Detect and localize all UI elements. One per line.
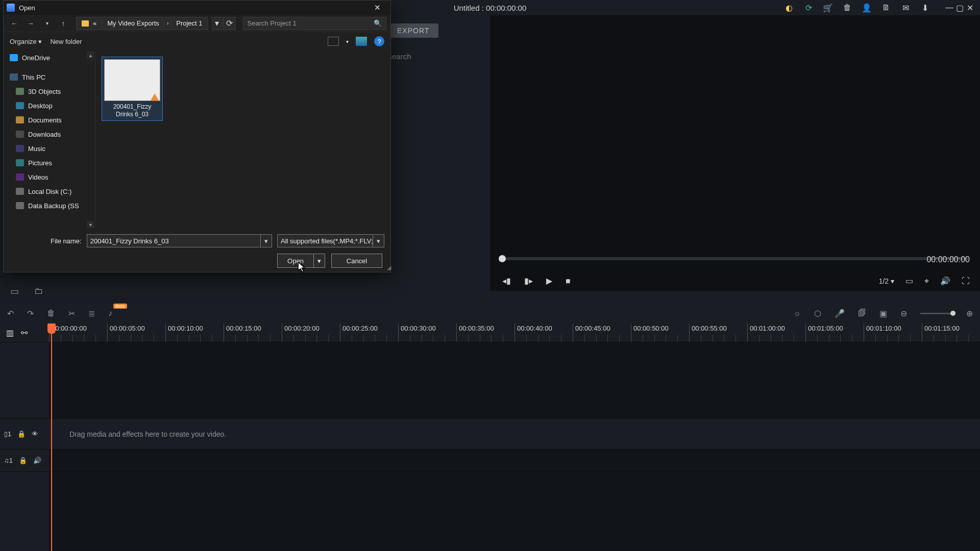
audio-track-label: ♫1	[4, 457, 13, 464]
open-dialog: Open ✕ ← → ▾ ↑ « My Video Exports › Proj…	[3, 0, 391, 272]
dialog-search-input[interactable]: Search Project 1 🔍	[243, 17, 386, 30]
bin-view1-icon[interactable]: ▭	[10, 286, 19, 297]
maximize-button[interactable]: ▢	[954, 3, 965, 13]
magnet-icon[interactable]: ▥	[6, 328, 14, 338]
file-item[interactable]: 200401_FizzyDrinks 6_03	[102, 57, 163, 121]
tree-item[interactable]: Data Backup (SS	[28, 202, 79, 210]
dialog-app-icon	[7, 4, 15, 12]
video-track-label: ▯1	[4, 430, 11, 438]
nav-recent-button[interactable]: ▾	[40, 17, 54, 30]
minimize-button[interactable]: —	[944, 3, 954, 13]
vlc-cone-icon	[151, 93, 159, 101]
track-placeholder-body[interactable]	[49, 342, 980, 418]
preview-scrubber[interactable]: { }	[502, 257, 968, 260]
highlight-icon[interactable]: ☼	[793, 309, 801, 318]
audio-mute-icon[interactable]: 🔊	[33, 457, 41, 464]
preview-timecode: 00:00:00:00	[926, 255, 970, 264]
audio-lock-icon[interactable]: 🔒	[19, 457, 27, 464]
tree-item[interactable]: Local Disk (C:)	[28, 188, 71, 195]
stop-button[interactable]: ■	[566, 277, 571, 286]
save-icon[interactable]: 🗎	[881, 3, 891, 13]
preview-scale[interactable]: 1/2 ▾	[879, 277, 894, 285]
play-button[interactable]: ▶	[546, 276, 552, 286]
close-button[interactable]: ✕	[965, 3, 975, 13]
preview-pane-button[interactable]	[356, 37, 367, 46]
view-mode-dropdown[interactable]: ▾	[346, 39, 349, 44]
track-visibility-icon[interactable]: 👁	[32, 430, 38, 438]
redo-button[interactable]: ↷	[27, 309, 34, 318]
tree-thispc[interactable]: This PC	[22, 73, 45, 81]
tree-item[interactable]: Pictures	[28, 159, 52, 167]
cut-button[interactable]: ✂	[68, 309, 75, 318]
track-lock-icon[interactable]: 🔒	[17, 430, 26, 438]
tree-item[interactable]: Desktop	[28, 102, 53, 110]
fullscreen-icon[interactable]: ⛶	[962, 277, 970, 286]
breadcrumb-dropdown[interactable]: ▾	[211, 17, 224, 30]
tree-item[interactable]: 3D Objects	[28, 88, 61, 95]
open-split-dropdown[interactable]: ▾	[314, 254, 325, 268]
timeline-ruler[interactable]: 00:00:00:0000:00:05:0000:00:10:0000:00:1…	[49, 323, 980, 342]
dialog-title: Open	[19, 4, 35, 12]
zoom-in-icon[interactable]: ⊕	[966, 309, 973, 318]
tree-item[interactable]: Music	[28, 145, 45, 153]
snapshot-icon[interactable]: ⌖	[924, 277, 929, 286]
display-toggle-icon[interactable]: ▭	[905, 276, 913, 286]
refresh-icon[interactable]: ⟳	[803, 3, 814, 13]
volume-icon[interactable]: 🔊	[940, 276, 950, 286]
preview-pane: { } 00:00:00:00 ◂▮ ▮▸ ▶ ■ 1/2 ▾ ▭ ⌖ 🔊 ⛶	[490, 15, 980, 291]
trash-icon[interactable]: 🗑	[842, 3, 852, 13]
user-icon[interactable]: 👤	[862, 3, 872, 13]
breadcrumb-seg-1[interactable]: My Video Exports	[102, 19, 164, 27]
breadcrumb[interactable]: « My Video Exports › Project 1	[76, 17, 208, 30]
tree-item[interactable]: Videos	[28, 173, 48, 181]
tree-onedrive[interactable]: OneDrive	[22, 54, 50, 62]
media-search-input[interactable]	[387, 52, 484, 61]
tree-scroll-up[interactable]: ▴	[87, 52, 94, 59]
audio-tool-button[interactable]: ♪Beta	[108, 309, 112, 318]
organize-menu[interactable]: Organize ▾	[10, 38, 42, 45]
timeline-drop-hint[interactable]: Drag media and effects here to create yo…	[49, 419, 980, 449]
link-icon[interactable]: ⚯	[21, 328, 28, 338]
folder-tree[interactable]: ▴ OneDrive This PC 3D Objects Desktop Do…	[4, 51, 95, 229]
file-list[interactable]: 200401_FizzyDrinks 6_03	[95, 51, 390, 229]
notes-icon[interactable]: 🗐	[858, 309, 866, 318]
download-icon[interactable]: ⬇	[920, 3, 930, 13]
view-mode-button[interactable]	[328, 37, 339, 46]
search-icon: 🔍	[374, 19, 382, 27]
mic-icon[interactable]: 🎤	[835, 309, 845, 318]
file-type-dropdown[interactable]: ▾	[373, 235, 384, 247]
next-frame-button[interactable]: ▮▸	[524, 276, 533, 286]
nav-forward-button[interactable]: →	[24, 17, 37, 30]
undo-button[interactable]: ↶	[7, 309, 14, 318]
zoom-slider[interactable]	[920, 313, 953, 314]
marker-icon[interactable]: ⬡	[814, 309, 821, 318]
bulb-icon[interactable]: ◐	[784, 3, 794, 13]
help-button[interactable]: ?	[374, 36, 384, 46]
crop-icon[interactable]: ▣	[879, 309, 887, 318]
audio-track-body[interactable]	[49, 449, 980, 471]
nav-back-button[interactable]: ←	[8, 17, 21, 30]
delete-button[interactable]: 🗑	[47, 309, 55, 318]
prev-frame-button[interactable]: ◂▮	[502, 276, 511, 286]
cancel-button[interactable]: Cancel	[331, 254, 382, 268]
list-button[interactable]: ≣	[88, 309, 95, 318]
open-button[interactable]: Open	[277, 254, 314, 268]
file-name-input[interactable]: 200401_Fizzy Drinks 6_03▾	[87, 234, 272, 247]
tree-item[interactable]: Downloads	[28, 131, 61, 138]
export-button[interactable]: EXPORT	[388, 23, 438, 38]
tree-item[interactable]: Documents	[28, 116, 62, 124]
breadcrumb-seg-2[interactable]: Project 1	[170, 19, 207, 27]
nav-up-button[interactable]: ↑	[57, 17, 70, 30]
resize-grip-icon[interactable]: ◢	[387, 264, 389, 271]
file-type-select[interactable]: All supported files(*.MP4;*.FLV;▾	[277, 234, 384, 247]
tree-scroll-down[interactable]: ▾	[87, 221, 94, 228]
new-folder-button[interactable]: New folder	[50, 38, 82, 45]
zoom-out-icon[interactable]: ⊖	[900, 309, 907, 318]
file-name-dropdown[interactable]: ▾	[260, 235, 272, 247]
breadcrumb-refresh[interactable]: ⟳	[224, 17, 236, 30]
mail-icon[interactable]: ✉	[900, 3, 911, 13]
dialog-close-button[interactable]: ✕	[367, 3, 387, 12]
bin-folder-icon[interactable]: 🗀	[34, 286, 43, 297]
cart-icon[interactable]: 🛒	[823, 3, 833, 13]
playhead[interactable]	[51, 323, 52, 551]
